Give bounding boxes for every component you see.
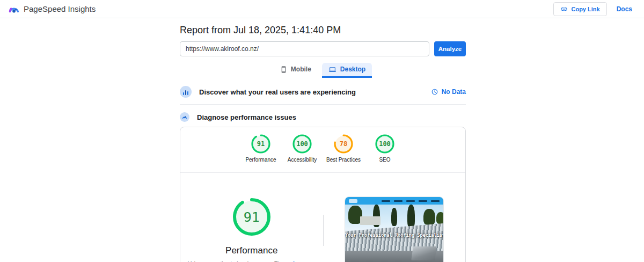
site-navbar bbox=[345, 197, 443, 205]
site-preview-panel: Your Professional Roofing Specialist bbox=[323, 196, 466, 262]
no-data-label: No Data bbox=[442, 88, 466, 96]
history-clock-icon bbox=[431, 89, 438, 95]
docs-link[interactable]: Docs bbox=[617, 5, 632, 13]
device-tabs: Mobile Desktop bbox=[180, 63, 466, 78]
url-input[interactable] bbox=[180, 41, 429, 56]
best-practices-gauge: 78 bbox=[333, 134, 354, 154]
analyze-button[interactable]: Analyze bbox=[434, 41, 466, 56]
url-row: Analyze bbox=[180, 41, 466, 56]
badge-label: Performance bbox=[241, 157, 280, 163]
tab-desktop-label: Desktop bbox=[340, 66, 365, 73]
tree bbox=[423, 209, 435, 225]
tree bbox=[407, 205, 415, 228]
site-logo bbox=[349, 199, 357, 203]
lab-data-section-header[interactable]: Diagnose performance issues bbox=[180, 112, 466, 122]
app-header: PageSpeed Insights Copy Link Docs bbox=[0, 0, 644, 18]
app-title: PageSpeed Insights bbox=[24, 4, 96, 13]
bar-chart-icon bbox=[183, 92, 185, 95]
performance-score-value: 91 bbox=[231, 196, 272, 237]
performance-gauge-panel: 91 Performance Values are estimated and … bbox=[180, 196, 323, 262]
link-icon bbox=[560, 5, 568, 13]
main-content: Report from Jul 18, 2025, 1:41:40 PM Ana… bbox=[180, 18, 466, 262]
real-users-icon bbox=[180, 86, 192, 98]
no-data-status[interactable]: No Data bbox=[431, 88, 466, 96]
roof-vent bbox=[411, 246, 437, 260]
lab-data-title: Diagnose performance issues bbox=[197, 113, 296, 121]
tree bbox=[391, 208, 397, 226]
badge-label: SEO bbox=[365, 157, 404, 163]
score-disclaimer: Values are estimated and may vary. The p… bbox=[184, 260, 319, 262]
report-card: 91 Performance 100 Accessibility bbox=[180, 127, 466, 262]
vertical-divider bbox=[323, 215, 324, 246]
accessibility-gauge: 100 bbox=[292, 134, 312, 154]
tab-desktop[interactable]: Desktop bbox=[322, 63, 372, 78]
performance-section-title: Performance bbox=[180, 245, 323, 256]
tree bbox=[436, 212, 443, 224]
score-badge-best-practices[interactable]: 78 Best Practices bbox=[324, 134, 363, 163]
seo-gauge: 100 bbox=[375, 134, 395, 154]
site-hero-photo: Your Professional Roofing Specialist bbox=[345, 205, 443, 262]
performance-score-gauge-large[interactable]: 91 bbox=[231, 196, 272, 237]
site-screenshot-thumbnail[interactable]: Your Professional Roofing Specialist bbox=[345, 196, 444, 262]
category-score-badges: 91 Performance 100 Accessibility bbox=[180, 127, 465, 168]
tab-mobile-label: Mobile bbox=[291, 66, 311, 73]
score-badge-performance[interactable]: 91 Performance bbox=[241, 134, 280, 163]
score-badge-accessibility[interactable]: 100 Accessibility bbox=[283, 134, 321, 163]
laptop-icon bbox=[328, 66, 336, 73]
field-data-title: Discover what your real users are experi… bbox=[199, 88, 356, 96]
speedometer-icon bbox=[180, 112, 189, 122]
building bbox=[360, 216, 380, 225]
site-nav-links bbox=[382, 200, 440, 202]
performance-gauge: 91 bbox=[251, 134, 271, 154]
site-hero-tagline: Your Professional Roofing Specialist bbox=[345, 232, 443, 238]
score-badge-seo[interactable]: 100 SEO bbox=[365, 134, 404, 163]
pagespeed-logo-icon bbox=[9, 4, 19, 13]
badge-label: Accessibility bbox=[283, 157, 321, 163]
copy-link-label: Copy Link bbox=[571, 6, 599, 12]
report-title: Report from Jul 18, 2025, 1:41:40 PM bbox=[180, 25, 466, 36]
badge-label: Best Practices bbox=[324, 157, 363, 163]
field-data-section-header[interactable]: Discover what your real users are experi… bbox=[180, 83, 466, 105]
tab-mobile[interactable]: Mobile bbox=[274, 63, 318, 78]
smartphone-icon bbox=[280, 66, 287, 73]
copy-link-button[interactable]: Copy Link bbox=[553, 2, 606, 16]
performance-detail-section: 91 Performance Values are estimated and … bbox=[180, 173, 465, 262]
